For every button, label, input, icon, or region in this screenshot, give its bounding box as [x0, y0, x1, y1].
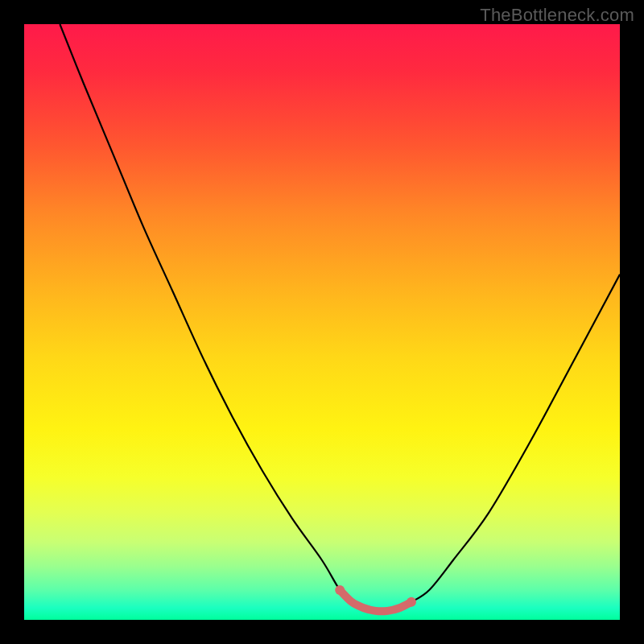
chart-plot-area [24, 24, 620, 620]
marker-dot [335, 585, 345, 595]
marker-bottom-band [340, 590, 411, 611]
watermark-text: TheBottleneck.com [480, 5, 634, 26]
marker-dot [407, 597, 416, 607]
curve-layer [24, 24, 620, 620]
bottleneck-curve [60, 24, 620, 611]
